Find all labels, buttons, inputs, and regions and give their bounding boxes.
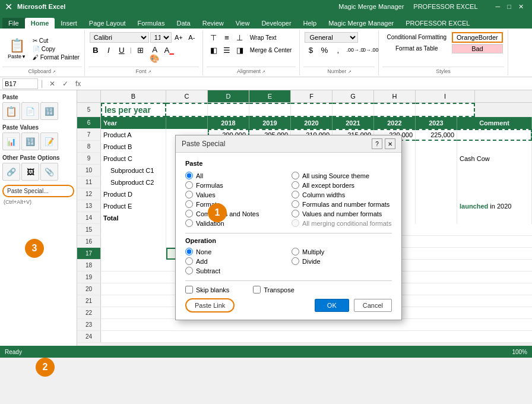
tab-page-layout[interactable]: Page Layout (83, 18, 132, 29)
font-name-dropdown[interactable]: Calibri (90, 32, 149, 43)
cell-b6[interactable]: Year (101, 117, 166, 129)
decrease-decimal-btn[interactable]: .00→.0 (346, 45, 359, 55)
conditional-formatting-btn[interactable]: Conditional Formatting (384, 32, 449, 42)
cell-i11[interactable] (416, 176, 457, 188)
paste-link-btn[interactable]: Paste Link (185, 298, 235, 313)
tab-help[interactable]: Help (297, 18, 323, 29)
radio-all[interactable]: All (185, 172, 286, 179)
cell-b5[interactable]: les per year (101, 103, 166, 117)
cell-g5[interactable] (332, 103, 374, 117)
radio-comments[interactable]: Comments and Notes (185, 210, 286, 217)
other-paste-btn-1[interactable]: 🔗 (2, 163, 20, 181)
align-right-btn[interactable]: ◨ (234, 45, 246, 55)
format-painter-btn[interactable]: 🖌 Format Painter (31, 53, 81, 61)
cell-i7[interactable]: 225,000 (416, 129, 457, 141)
paste-values-btn-1[interactable]: 📊 (2, 132, 20, 150)
cell-c6[interactable] (166, 117, 208, 129)
align-bottom-btn[interactable]: ⊥ (234, 32, 246, 43)
cell-b16[interactable] (101, 236, 166, 248)
cell-b7[interactable]: Product A (101, 129, 166, 141)
cell-row23[interactable] (101, 319, 532, 330)
paste-btn-3[interactable]: 🔢 (40, 102, 58, 120)
tab-data[interactable]: Data (170, 18, 196, 29)
confirm-formula-icon[interactable]: ✓ (60, 80, 71, 88)
cell-h6[interactable]: 2022 (374, 117, 416, 129)
cell-b13[interactable]: Product E (101, 200, 166, 212)
tab-file[interactable]: File (2, 18, 25, 29)
formula-input[interactable] (86, 80, 530, 87)
cell-b17[interactable] (101, 248, 166, 260)
cell-j7[interactable] (457, 129, 532, 141)
currency-btn[interactable]: $ (305, 45, 316, 55)
percent-btn[interactable]: % (318, 45, 330, 55)
wrap-text-btn[interactable]: Wrap Text (247, 33, 280, 42)
cell-i9[interactable] (416, 153, 457, 165)
cell-e5[interactable] (249, 103, 291, 117)
tab-review[interactable]: Review (197, 18, 230, 29)
close-btn[interactable]: ✕ (515, 3, 527, 11)
italic-btn[interactable]: I (103, 45, 115, 55)
tab-formulas[interactable]: Formulas (132, 18, 171, 29)
cell-b15[interactable] (101, 224, 166, 236)
align-center-btn[interactable]: ☰ (221, 45, 233, 55)
radio-all-except[interactable]: All except borders (292, 181, 392, 189)
radio-multiply[interactable]: Multiply (292, 248, 392, 255)
paste-values-btn-3[interactable]: 📝 (40, 132, 58, 150)
cell-b8[interactable]: Product B (101, 141, 166, 153)
cell-i5[interactable] (416, 103, 475, 117)
cancel-btn[interactable]: Cancel (354, 299, 392, 312)
cell-row24[interactable] (101, 331, 532, 342)
orange-border-style[interactable]: OrangeBorder (452, 32, 503, 43)
cancel-formula-icon[interactable]: ✕ (47, 80, 58, 88)
underline-btn[interactable]: U (116, 45, 128, 55)
cell-b9[interactable]: Product C (101, 153, 166, 165)
other-paste-btn-3[interactable]: 📎 (40, 163, 58, 181)
ok-btn[interactable]: OK (315, 299, 349, 312)
tab-insert[interactable]: Insert (55, 18, 83, 29)
paste-btn-1[interactable]: 📋 (2, 102, 20, 120)
col-header-e[interactable]: E (249, 90, 291, 102)
dialog-close-icon[interactable]: ✕ (385, 138, 395, 149)
paste-btn-2[interactable]: 📄 (21, 102, 39, 120)
col-header-d[interactable]: D (208, 90, 249, 102)
comma-btn[interactable]: , (332, 45, 344, 55)
align-left-btn[interactable]: ◧ (208, 45, 220, 55)
skip-blanks-checkbox[interactable]: Skip blanks (185, 286, 229, 293)
radio-all-merge[interactable]: All merging conditional formats (292, 219, 392, 227)
cell-f6[interactable]: 2020 (291, 117, 332, 129)
increase-decimal-btn[interactable]: .0→.00 (360, 45, 373, 55)
cell-b10[interactable]: Subproduct C1 (101, 165, 166, 176)
cut-btn[interactable]: ✂ Cut (31, 37, 81, 45)
cell-i12[interactable] (416, 188, 457, 200)
radio-none[interactable]: None (185, 248, 286, 255)
bold-btn[interactable]: B (90, 45, 102, 55)
tab-view[interactable]: View (230, 18, 256, 29)
insert-function-icon[interactable]: fx (73, 80, 83, 88)
radio-formulas[interactable]: Formulas (185, 181, 286, 189)
cell-e6[interactable]: 2019 (249, 117, 291, 129)
border-btn[interactable]: ⊞ (134, 45, 147, 55)
paste-large-btn[interactable]: 📋 Paste ▼ (4, 36, 30, 61)
cell-j13[interactable]: launched in 2020 (457, 200, 532, 212)
cell-i14[interactable] (416, 212, 457, 224)
increase-font-btn[interactable]: A+ (173, 32, 185, 43)
radio-subtract[interactable]: Subtract (185, 267, 286, 274)
dialog-help-btn[interactable]: ? (372, 138, 382, 149)
cell-i13[interactable] (416, 200, 457, 212)
cell-j11[interactable] (457, 176, 532, 188)
cell-i6[interactable]: 2023 (416, 117, 457, 129)
merge-center-btn[interactable]: Merge & Center (247, 46, 295, 55)
copy-btn[interactable]: 📄 Copy (31, 45, 81, 53)
cell-d6[interactable]: 2018 (208, 117, 249, 129)
cell-j6[interactable]: Comment (457, 117, 532, 129)
minimize-btn[interactable]: ─ (492, 3, 504, 10)
cell-i10[interactable] (416, 165, 457, 176)
radio-col-widths[interactable]: Column widths (292, 191, 392, 198)
radio-divide[interactable]: Divide (292, 257, 392, 265)
cell-i8[interactable] (416, 141, 457, 153)
cell-j9[interactable]: Cash Cow (457, 153, 532, 165)
cell-j12[interactable] (457, 188, 532, 200)
tab-professor-excel[interactable]: PROFESSOR EXCEL (400, 18, 476, 29)
cell-b14[interactable]: Total (101, 212, 166, 224)
format-as-table-btn[interactable]: Format as Table (384, 43, 449, 53)
